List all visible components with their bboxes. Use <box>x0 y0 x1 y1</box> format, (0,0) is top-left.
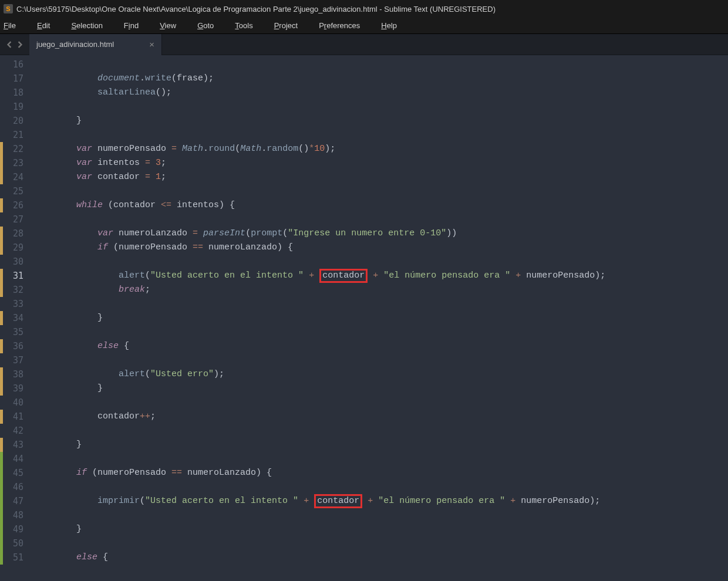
diff-gutter <box>0 58 4 581</box>
menubar: File Edit Selection Find View Goto Tools… <box>0 18 728 34</box>
menu-view[interactable]: View <box>160 21 187 30</box>
tab-nav-arrows <box>0 41 29 48</box>
menu-project[interactable]: Project <box>274 21 308 30</box>
menu-selection[interactable]: Selection <box>71 21 113 30</box>
window-title: C:\Users\59175\Desktop\One Oracle Next\A… <box>16 5 496 13</box>
menu-find[interactable]: Find <box>124 21 149 30</box>
sublime-app-icon: S <box>4 4 13 13</box>
menu-help[interactable]: Help <box>381 21 407 30</box>
editor[interactable]: 1617181920212223242526272829303132333435… <box>0 55 728 581</box>
nav-left-icon[interactable] <box>6 41 13 48</box>
tabbar: juego_adivinacion.html × <box>0 34 728 55</box>
menu-goto[interactable]: Goto <box>197 21 224 30</box>
nav-right-icon[interactable] <box>16 41 23 48</box>
window-titlebar: S C:\Users\59175\Desktop\One Oracle Next… <box>0 0 728 18</box>
tab-label: juego_adivinacion.html <box>36 40 114 49</box>
menu-edit[interactable]: Edit <box>37 21 60 30</box>
tab-active[interactable]: juego_adivinacion.html × <box>29 34 162 55</box>
line-number-gutter: 1617181920212223242526272829303132333435… <box>0 55 34 581</box>
menu-preferences[interactable]: Preferences <box>319 21 370 30</box>
code-area[interactable]: document.write(frase); saltarLinea(); } … <box>34 55 728 581</box>
menu-tools[interactable]: Tools <box>235 21 263 30</box>
tab-close-icon[interactable]: × <box>149 39 154 49</box>
menu-file[interactable]: File <box>4 21 26 30</box>
